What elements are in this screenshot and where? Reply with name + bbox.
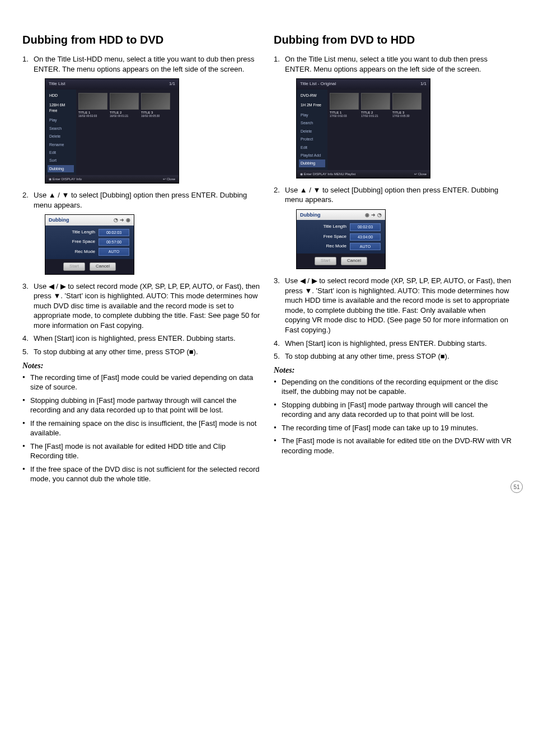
thumb-image	[361, 93, 390, 110]
left-steps: On the Title List-HDD menu, select a tit…	[22, 54, 260, 357]
dvd-icon: ◉	[365, 212, 369, 218]
tl-thumbs: TITLE 1 16/02 00:02:03 TITLE 2 16/02 00:…	[76, 90, 179, 175]
step-text: To stop dubbing at any other time, press…	[34, 348, 198, 356]
menu-item[interactable]: Delete	[299, 128, 325, 135]
thumb-image	[141, 93, 170, 110]
dubbing-panel-screenshot: Dubbing ◔ ➜ ◉ Title Length00:02:03 Free …	[45, 214, 260, 274]
thumb-date: 16/02 00:01:21	[110, 114, 139, 118]
tl-footer-right: ↩ Close	[163, 177, 175, 181]
tl-page: 1/1	[169, 81, 175, 87]
dp-title: Dubbing	[300, 212, 321, 218]
thumb-date: 16/02 00:02:03	[78, 114, 107, 118]
dp-direction-icons: ◉ ➜ ◔	[365, 212, 382, 218]
notes-heading: Notes:	[22, 361, 260, 370]
right-column: Dubbing from DVD to HDD On the Title Lis…	[274, 34, 512, 487]
thumb-image	[110, 93, 139, 110]
notes-heading: Notes:	[274, 366, 512, 375]
thumb[interactable]: TITLE 1 16/02 00:02:03	[78, 93, 107, 118]
thumb-title: TITLE 2	[110, 111, 139, 115]
dp-value[interactable]: AUTO	[350, 243, 381, 250]
start-button[interactable]: Start	[63, 262, 85, 271]
menu-item[interactable]: Playlist Add	[299, 152, 325, 159]
dvd-icon: ◉	[126, 217, 130, 223]
start-button[interactable]: Start	[315, 257, 336, 265]
thumb-image	[392, 93, 421, 110]
menu-item-dubbing[interactable]: Dubbing	[48, 165, 74, 172]
thumb-date: 16/02 00:05:30	[141, 114, 170, 118]
tl-capacity: 128H 6M Free	[48, 101, 74, 114]
note: If the remaining space on the disc is in…	[22, 419, 260, 438]
arrow-icon: ➜	[120, 217, 124, 223]
dp-value: 43:04:00	[350, 233, 381, 241]
cancel-button[interactable]: Cancel	[90, 262, 116, 271]
tl-capacity: 1H 2M Free	[299, 101, 325, 109]
arrow-icon: ➜	[371, 212, 376, 218]
thumb-title: TITLE 1	[330, 111, 359, 115]
step-text: Use ▲ / ▼ to select [Dubbing] option the…	[285, 186, 498, 204]
dp-value: 00:02:03	[350, 223, 381, 231]
note: The [Fast] mode is not available for edi…	[22, 442, 260, 461]
thumb[interactable]: TITLE 3 16/02 00:05:30	[141, 93, 170, 118]
menu-item[interactable]: Protect	[299, 135, 325, 143]
step-text: Use ◀ / ▶ to select record mode (XP, SP,…	[34, 282, 260, 330]
tl-source: DVD-RW	[299, 92, 325, 99]
step-text: On the Title List-HDD menu, select a tit…	[34, 55, 255, 73]
menu-item[interactable]: Edit	[299, 144, 325, 151]
dp-label: Free Space	[301, 234, 350, 240]
tl-footer-left: ◉ Enter DISPLAY Info MENU Playlist	[300, 172, 355, 176]
menu-item[interactable]: Sort	[48, 157, 74, 164]
note: Depending on the conditions of the recor…	[274, 377, 512, 397]
tl-title: Title List - Original	[300, 81, 336, 87]
step-text: To stop dubbing at any other time, press…	[285, 352, 449, 360]
step-text: On the Title List menu, select a title y…	[285, 55, 488, 73]
note: If the free space of the DVD disc is not…	[22, 464, 260, 484]
dp-value: 00:57:00	[99, 238, 129, 246]
tl-sidebar: DVD-RW 1H 2M Free Play Search Delete Pro…	[297, 90, 327, 170]
dp-label: Title Length	[301, 224, 350, 230]
step-text: Use ▲ / ▼ to select [Dubbing] option the…	[34, 191, 247, 209]
dp-label: Free Space	[50, 239, 99, 245]
note: The recording time of [Fast] mode can ta…	[274, 423, 512, 433]
thumb-title: TITLE 2	[361, 111, 390, 115]
menu-item[interactable]: Search	[299, 119, 325, 126]
thumb[interactable]: TITLE 2 16/02 00:01:21	[110, 93, 139, 118]
note: The [Fast] mode is not available for edi…	[274, 436, 512, 456]
menu-item[interactable]: Search	[48, 125, 74, 132]
thumb-date: 17/02 0:01:21	[361, 114, 390, 118]
step: On the Title List-HDD menu, select a tit…	[22, 54, 260, 184]
dubbing-panel-screenshot: Dubbing ◉ ➜ ◔ Title Length00:02:03 Free …	[296, 209, 512, 269]
menu-item-dubbing[interactable]: Dubbing	[299, 159, 325, 167]
dp-value: 00:02:03	[99, 229, 129, 236]
step: When [Start] icon is highlighted, press …	[274, 339, 512, 349]
right-notes: Depending on the conditions of the recor…	[274, 377, 512, 456]
cancel-button[interactable]: Cancel	[341, 257, 367, 265]
note: Stopping dubbing in [Fast] mode partway …	[274, 400, 512, 420]
hdd-icon: ◔	[377, 212, 382, 218]
menu-item[interactable]: Edit	[48, 149, 74, 156]
title-list-screenshot: Title List - Original 1/1 DVD-RW 1H 2M F…	[296, 78, 512, 179]
thumb-title: TITLE 3	[141, 111, 170, 115]
step-text: Use ◀ / ▶ to select record mode (XP, SP,…	[285, 276, 511, 334]
step-text: When [Start] icon is highlighted, press …	[285, 339, 487, 348]
menu-item[interactable]: Play	[48, 116, 74, 124]
step: Use ▲ / ▼ to select [Dubbing] option the…	[22, 190, 260, 274]
note: Stopping dubbing in [Fast] mode partway …	[22, 396, 260, 415]
menu-item[interactable]: Delete	[48, 133, 74, 140]
menu-item[interactable]: Rename	[48, 141, 74, 148]
page-number: 51	[510, 481, 523, 493]
step: On the Title List menu, select a title y…	[274, 54, 512, 179]
thumb-image	[78, 93, 107, 110]
thumb[interactable]: TITLE 2 17/02 0:01:21	[361, 93, 390, 118]
tl-page: 1/1	[420, 81, 427, 87]
dp-value[interactable]: AUTO	[99, 248, 129, 255]
dp-label: Rec Mode	[50, 249, 99, 255]
menu-item[interactable]: Play	[299, 111, 325, 119]
heading-right: Dubbing from DVD to HDD	[274, 34, 512, 46]
thumb[interactable]: TITLE 1 17/02 0:02:03	[330, 93, 359, 118]
thumb[interactable]: TITLE 3 17/02 0:05:30	[392, 93, 421, 118]
dp-direction-icons: ◔ ➜ ◉	[114, 217, 130, 223]
left-column: Dubbing from HDD to DVD On the Title Lis…	[22, 34, 260, 487]
tl-footer-right: ↩ Close	[414, 172, 427, 176]
dp-label: Title Length	[50, 229, 99, 236]
tl-sidebar: HDD 128H 6M Free Play Search Delete Rena…	[45, 90, 76, 175]
